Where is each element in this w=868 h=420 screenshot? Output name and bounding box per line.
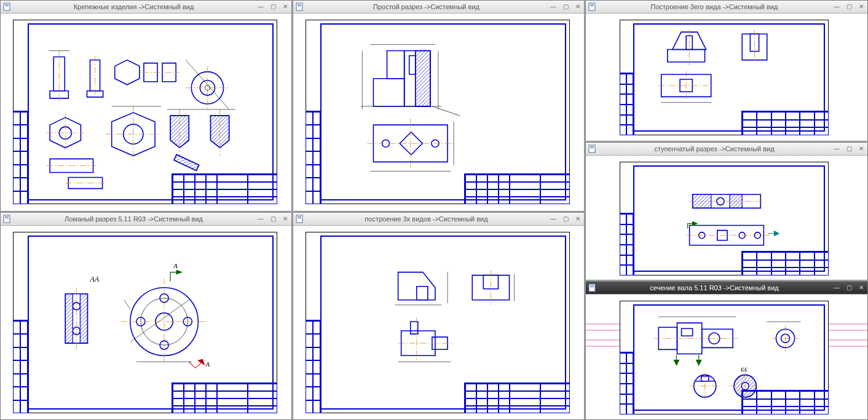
maximize-button[interactable]: ▢ — [562, 3, 569, 10]
titlebar[interactable]: Построение 3его вида ->Системный вид — ▢… — [586, 1, 867, 14]
label-aa: АА — [89, 275, 99, 283]
svg-rect-75 — [5, 218, 9, 218]
svg-rect-59 — [590, 4, 594, 5]
close-button[interactable]: ✕ — [574, 3, 582, 10]
svg-marker-90 — [176, 271, 181, 274]
window-title: Ломаный разрез 5.11 R03 ->Системный вид — [15, 215, 252, 223]
svg-rect-111 — [589, 145, 595, 153]
maximize-button[interactable]: ▢ — [845, 3, 853, 10]
minimize-button[interactable]: — — [833, 145, 840, 153]
svg-rect-94 — [296, 215, 302, 223]
svg-rect-40 — [298, 6, 301, 6]
fasteners-drawing — [31, 26, 272, 199]
minimize-button[interactable]: — — [257, 3, 264, 10]
window-third-view[interactable]: Построение 3его вида ->Системный вид — ▢… — [585, 0, 868, 141]
titlebar[interactable]: Простой разрез ->Системный вид — ▢ ✕ — [293, 1, 584, 14]
svg-rect-58 — [589, 3, 595, 10]
window-title: Крепежные изделия ->Системный вид — [15, 3, 252, 10]
svg-rect-127 — [590, 287, 594, 287]
three-views-drawing — [324, 238, 565, 408]
document-icon — [588, 2, 597, 11]
cad-mdi-workspace: Крепежные изделия ->Системный вид — ▢ ✕ — [0, 0, 868, 420]
svg-line-89 — [130, 300, 189, 342]
label-a-top: А — [173, 262, 178, 269]
drawing-canvas[interactable] — [293, 14, 584, 211]
svg-line-93 — [124, 300, 130, 309]
titlebar[interactable]: построение 3х видов ->Системный вид — ▢ … — [293, 213, 584, 226]
window-title: Построение 3его вида ->Системный вид — [601, 3, 828, 10]
stepped-section-drawing — [636, 167, 824, 271]
close-button[interactable]: ✕ — [574, 215, 582, 223]
maximize-button[interactable]: ▢ — [269, 215, 277, 223]
document-icon — [588, 283, 597, 292]
svg-rect-60 — [590, 6, 594, 6]
svg-rect-44 — [409, 56, 416, 74]
document-icon — [296, 2, 304, 11]
close-button[interactable]: ✕ — [858, 145, 865, 153]
svg-rect-39 — [298, 4, 301, 5]
window-stepped-section[interactable]: ступенчатый разрез ->Системный вид — ▢ ✕ — [585, 142, 868, 280]
close-button[interactable]: ✕ — [282, 3, 289, 10]
maximize-button[interactable]: ▢ — [845, 145, 853, 153]
minimize-button[interactable]: — — [833, 3, 840, 10]
svg-marker-139 — [696, 360, 701, 365]
shaft-section-drawing: ББ — [636, 306, 824, 410]
titlebar[interactable]: Ломаный разрез 5.11 R03 ->Системный вид … — [1, 213, 291, 226]
window-title: Простой разрез ->Системный вид — [308, 3, 545, 10]
svg-rect-0 — [4, 3, 10, 10]
maximize-button[interactable]: ▢ — [845, 284, 853, 291]
document-icon — [3, 215, 12, 223]
svg-rect-113 — [590, 148, 594, 148]
window-shaft-section[interactable]: сечение вала 5.11 R03 ->Системный вид — … — [585, 281, 868, 420]
drawing-canvas[interactable] — [1, 14, 291, 211]
close-button[interactable]: ✕ — [858, 3, 865, 10]
window-simple-section[interactable]: Простой разрез ->Системный вид — ▢ ✕ — [293, 0, 585, 212]
titlebar[interactable]: ступенчатый разрез ->Системный вид — ▢ ✕ — [586, 143, 867, 156]
drawing-canvas[interactable] — [293, 226, 584, 419]
svg-rect-74 — [5, 216, 9, 217]
svg-marker-124 — [693, 222, 697, 226]
svg-line-57 — [432, 106, 460, 116]
window-three-views[interactable]: построение 3х видов ->Системный вид — ▢ … — [293, 212, 585, 420]
svg-rect-2 — [5, 6, 9, 6]
minimize-button[interactable]: — — [257, 215, 264, 223]
svg-marker-10 — [115, 60, 140, 85]
svg-rect-38 — [296, 3, 302, 10]
titlebar[interactable]: сечение вала 5.11 R03 ->Системный вид — … — [586, 282, 867, 295]
document-icon — [296, 215, 304, 223]
window-title: сечение вала 5.11 R03 ->Системный вид — [601, 284, 828, 291]
svg-rect-96 — [298, 218, 301, 218]
maximize-button[interactable]: ▢ — [269, 3, 277, 10]
svg-rect-73 — [4, 215, 10, 223]
svg-marker-123 — [774, 231, 779, 236]
drawing-canvas[interactable]: АА — [1, 226, 291, 419]
window-broken-section[interactable]: Ломаный разрез 5.11 R03 ->Системный вид … — [0, 212, 292, 420]
window-title: ступенчатый разрез ->Системный вид — [601, 145, 828, 153]
simple-section-drawing — [324, 26, 565, 199]
window-fasteners[interactable]: Крепежные изделия ->Системный вид — ▢ ✕ — [0, 0, 292, 212]
drawing-canvas[interactable]: ББ — [586, 295, 867, 419]
svg-rect-41 — [373, 79, 404, 106]
svg-rect-112 — [590, 146, 594, 147]
svg-rect-95 — [298, 216, 301, 217]
svg-rect-137 — [682, 328, 693, 336]
svg-point-14 — [191, 72, 223, 104]
document-icon — [588, 145, 597, 153]
maximize-button[interactable]: ▢ — [562, 215, 569, 223]
minimize-button[interactable]: — — [833, 284, 840, 291]
svg-rect-126 — [590, 285, 594, 286]
label-bb: ББ — [740, 367, 748, 373]
drawing-canvas[interactable] — [586, 14, 867, 141]
minimize-button[interactable]: — — [550, 3, 557, 10]
svg-rect-125 — [589, 284, 595, 291]
minimize-button[interactable]: — — [550, 215, 557, 223]
svg-rect-1 — [5, 4, 9, 5]
svg-rect-33 — [174, 154, 199, 170]
drawing-canvas[interactable] — [586, 156, 867, 280]
close-button[interactable]: ✕ — [858, 284, 865, 291]
close-button[interactable]: ✕ — [282, 215, 289, 223]
svg-marker-138 — [674, 360, 679, 365]
titlebar[interactable]: Крепежные изделия ->Системный вид — ▢ ✕ — [1, 1, 291, 14]
label-a-bot: А — [205, 360, 210, 368]
svg-marker-91 — [198, 359, 204, 365]
